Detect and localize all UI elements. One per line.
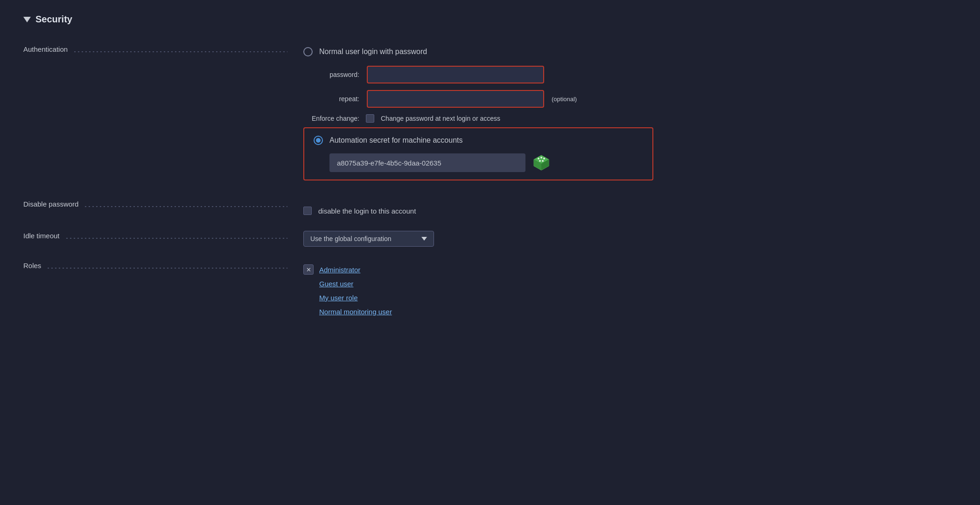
roles-value-cell: ✕ Administrator Guest user My user role … [294,255,957,325]
enforce-checkbox[interactable] [366,114,374,123]
normal-user-label: Normal user login with password [319,48,427,56]
idle-timeout-value-cell: Use the global configuration [294,225,957,250]
idle-timeout-row: Idle timeout Use the global configuratio… [23,225,957,250]
section-title: Security [35,14,72,25]
svg-point-7 [539,160,541,162]
password-fields: password: repeat: (optional) Enforce cha… [303,66,957,123]
automation-secret-label: Automation secret for machine accounts [329,136,462,145]
idle-timeout-dropdown[interactable]: Use the global configuration [303,231,434,247]
secret-input[interactable] [329,153,525,172]
collapse-icon[interactable] [23,17,31,22]
disable-password-value-cell: disable the login to this account [294,194,957,223]
optional-text: (optional) [552,96,577,103]
repeat-label: repeat: [303,95,359,103]
svg-point-8 [542,160,544,162]
role-link-guest[interactable]: Guest user [319,280,353,288]
automation-secret-radio-row: Automation secret for machine accounts [314,136,643,145]
password-label: password: [303,71,359,78]
enforce-label: Enforce change: [303,115,359,122]
automation-secret-box: Automation secret for machine accounts [303,127,653,180]
dotted-separator-3 [66,238,287,239]
authentication-row: Authentication Normal user login with pa… [23,39,957,184]
enforce-row: Enforce change: Change password at next … [303,114,957,123]
section-header: Security [23,14,957,25]
secret-value-row [329,153,643,172]
automation-secret-radio[interactable] [314,136,323,145]
authentication-label: Authentication [23,45,68,53]
disable-password-label: Disable password [23,200,78,208]
dice-icon[interactable] [532,153,551,172]
roles-row: Roles ✕ Administrator Guest user My use [23,255,957,325]
authentication-label-cell: Authentication [23,39,294,60]
dotted-separator-4 [48,268,287,269]
repeat-input[interactable] [367,90,544,108]
dotted-separator-2 [85,206,287,207]
svg-point-4 [538,158,539,159]
disable-row: disable the login to this account [303,202,957,220]
dropdown-arrow-icon [421,237,427,241]
role-empty-monitoring [303,306,314,317]
password-field-row: password: [303,66,957,83]
roles-label-cell: Roles [23,255,294,276]
dotted-separator [74,51,287,52]
authentication-value-cell: Normal user login with password password… [294,39,957,184]
role-link-administrator[interactable]: Administrator [319,266,360,274]
list-item: Guest user [303,278,957,289]
roles-label: Roles [23,262,41,270]
disable-password-checkbox[interactable] [303,207,312,215]
svg-point-6 [543,158,545,159]
normal-user-option[interactable]: Normal user login with password [303,42,957,61]
role-empty-guest [303,278,314,289]
svg-point-5 [540,157,542,159]
idle-timeout-dropdown-label: Use the global configuration [310,235,392,242]
security-section: Security Authentication Normal user logi… [23,14,957,325]
idle-timeout-label-cell: Idle timeout [23,225,294,246]
list-item: ✕ Administrator [303,264,957,275]
disable-password-desc: disable the login to this account [318,207,416,215]
roles-list: ✕ Administrator Guest user My user role … [303,260,957,321]
normal-user-radio[interactable] [303,47,313,56]
disable-password-row: Disable password disable the login to th… [23,194,957,223]
repeat-field-row: repeat: (optional) [303,90,957,108]
list-item: My user role [303,292,957,303]
idle-timeout-label: Idle timeout [23,232,60,240]
password-input[interactable] [367,66,544,83]
list-item: Normal monitoring user [303,306,957,317]
role-link-myuser[interactable]: My user role [319,294,358,302]
role-link-monitoring[interactable]: Normal monitoring user [319,308,392,316]
role-check-administrator[interactable]: ✕ [303,264,314,275]
role-empty-myuser [303,292,314,303]
disable-password-label-cell: Disable password [23,194,294,214]
enforce-desc: Change password at next login or access [381,115,500,122]
